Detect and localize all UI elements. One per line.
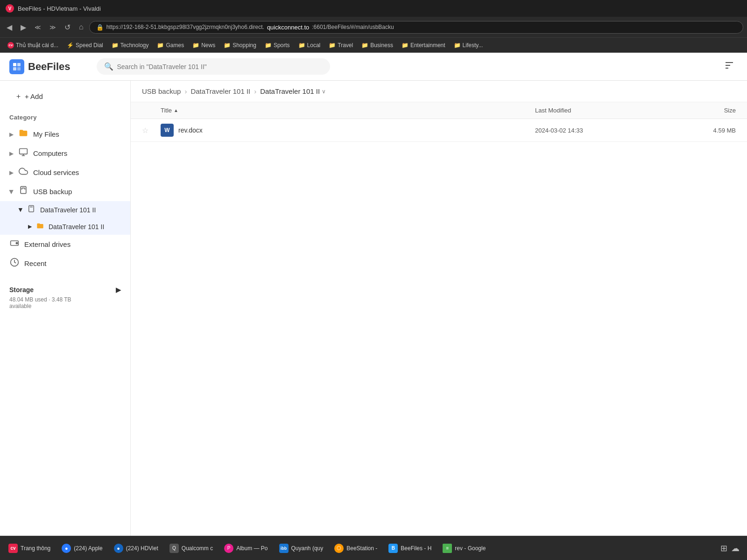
svg-point-17: [16, 242, 17, 244]
sidebar-item-datatraveler-child[interactable]: ▶ DataTraveler 101 II: [0, 218, 130, 235]
add-button[interactable]: ＋ + Add: [7, 88, 50, 105]
bookmark-games[interactable]: 📁 Games: [153, 41, 188, 49]
storage-dot: ·: [49, 296, 50, 303]
sidebar-item-recent[interactable]: Recent: [0, 254, 130, 273]
sidebar-item-datatraveler-parent[interactable]: ▶ DataTraveler 101 II: [0, 201, 130, 218]
bookmark-label: Lifesty...: [463, 42, 483, 49]
chevron-right-icon: ▶: [9, 131, 14, 138]
sidebar-item-cloud-services[interactable]: ▶ Cloud services: [0, 163, 130, 182]
storage-available-label: available: [9, 303, 31, 309]
monitor-icon: [18, 147, 28, 159]
folder-bookmark-icon: 📁: [329, 42, 336, 49]
column-size[interactable]: Size: [652, 107, 736, 114]
bookmark-speeddial[interactable]: ⚡ Speed Dial: [63, 41, 107, 49]
taskbar-item-album[interactable]: P Album — Po: [219, 542, 272, 555]
sidebar-item-external-drives[interactable]: External drives: [0, 235, 130, 254]
filter-button[interactable]: [721, 57, 738, 76]
column-modified-label: Last Modified: [535, 107, 571, 114]
chevron-right-icon: ▶: [28, 224, 32, 230]
address-bar[interactable]: 🔒 https://192-168-2-51.bkbgspz98l37vgg2j…: [89, 21, 743, 34]
taskbar-item-qualcomm[interactable]: Q Qualcomm c: [165, 542, 218, 555]
bookmark-technology[interactable]: 📁 Technology: [108, 41, 153, 49]
nav-reload[interactable]: ↺: [62, 21, 73, 34]
drive-icon: [9, 238, 20, 250]
breadcrumb-datatraveler-1[interactable]: DataTraveler 101 II: [190, 87, 250, 95]
taskbar-item-apple[interactable]: ● (224) Apple: [57, 542, 107, 555]
url-display: https://192-168-2-51.bkbgspz98l37vgg2jzr…: [106, 24, 264, 30]
bookmark-lifestyle[interactable]: 📁 Lifesty...: [450, 41, 487, 49]
folder-bookmark-icon: 📁: [298, 42, 305, 49]
taskbar-item-label: BeeFiles - H: [401, 545, 431, 552]
nav-forward-history[interactable]: ≫: [47, 22, 59, 33]
bookmark-entertainment[interactable]: 📁 Entertainment: [398, 41, 449, 49]
category-label: Category: [0, 112, 130, 125]
svg-rect-2: [13, 67, 16, 70]
breadcrumb: USB backup › DataTraveler 101 II › DataT…: [131, 81, 747, 102]
bookmark-thuthuatcaid[interactable]: cv Thủ thuật cài d...: [4, 41, 62, 49]
column-modified[interactable]: Last Modified: [535, 107, 652, 114]
taskbar-item-beestation[interactable]: ⬡ BeeStation -: [330, 542, 382, 555]
star-icon[interactable]: ☆: [142, 126, 148, 134]
taskbar-hdviet-icon: ●: [114, 544, 123, 553]
column-title[interactable]: Title ▲: [161, 107, 535, 114]
url-rest: :6601/BeeFiles/#/main/usbBacku: [312, 24, 394, 30]
search-input[interactable]: [117, 63, 323, 70]
breadcrumb-dropdown-icon[interactable]: ∨: [322, 88, 326, 95]
search-bar[interactable]: 🔍: [97, 58, 330, 75]
bookmark-shopping[interactable]: 📁 Shopping: [220, 41, 260, 49]
taskbar-quyanh-icon: ibb: [279, 544, 289, 553]
taskbar-trang-thong-icon: cv: [8, 544, 18, 553]
sidebar-item-my-files[interactable]: ▶ My Files: [0, 125, 130, 144]
word-icon: W: [161, 124, 174, 137]
bookmarks-bar: cv Thủ thuật cài d... ⚡ Speed Dial 📁 Tec…: [0, 37, 747, 52]
bookmark-label: Business: [370, 42, 393, 49]
chevron-down-icon: ▶: [18, 208, 24, 212]
column-title-label: Title: [161, 107, 172, 114]
taskbar-item-label: rev - Google: [455, 545, 486, 552]
taskbar-item-hdviet[interactable]: ● (224) HDViet: [109, 542, 163, 555]
folder-bookmark-icon: 📁: [192, 42, 199, 49]
star-cell: ☆: [142, 126, 161, 135]
app-header: BeeFiles 🔍: [0, 53, 747, 81]
storage-available: 3.48 TB: [52, 296, 71, 303]
usb-icon: [18, 186, 28, 197]
content-area: USB backup › DataTraveler 101 II › DataT…: [131, 81, 747, 536]
storage-label: Storage: [9, 286, 34, 294]
bookmark-local[interactable]: 📁 Local: [295, 41, 324, 49]
chevron-right-icon: ▶: [9, 150, 14, 157]
breadcrumb-current: DataTraveler 101 II ∨: [260, 87, 326, 95]
taskbar-item-label: (224) Apple: [74, 545, 102, 552]
bookmark-sports[interactable]: 📁 Sports: [261, 41, 294, 49]
table-row[interactable]: ☆ W rev.docx 2024-03-02 14:33 4.59 MB: [131, 119, 747, 142]
taskbar-item-quyanh[interactable]: ibb Quyanh (quy: [275, 542, 328, 555]
nav-home[interactable]: ⌂: [76, 21, 86, 33]
file-modified-date: 2024-03-02 14:33: [535, 127, 652, 134]
sidebar-item-computers[interactable]: ▶ Computers: [0, 144, 130, 163]
bookmark-news[interactable]: 📁 News: [189, 41, 219, 49]
usb-sub-icon: [27, 205, 35, 215]
file-name: rev.docx: [178, 126, 203, 134]
sidebar-item-usb-backup[interactable]: ▶ USB backup: [0, 182, 130, 201]
svg-rect-7: [20, 149, 28, 154]
bookmark-business[interactable]: 📁 Business: [358, 41, 397, 49]
sidebar: ＋ + Add Category ▶ My Files ▶: [0, 81, 131, 536]
breadcrumb-usb-backup[interactable]: USB backup: [142, 87, 181, 95]
chevron-right-icon: ▶: [9, 169, 14, 176]
taskbar-item-beefiles[interactable]: B BeeFiles - H: [384, 542, 436, 555]
file-name-cell: W rev.docx: [161, 124, 535, 137]
app-container: BeeFiles 🔍 ＋ + Add Category ▶: [0, 53, 747, 536]
chevron-down-icon: ▶: [8, 189, 15, 194]
taskbar: cv Trang thông ● (224) Apple ● (224) HDV…: [0, 536, 747, 560]
browser-chrome: V BeeFiles - HDVietnam - Vivaldi ◀ ▶ ≪ ≫…: [0, 0, 747, 53]
nav-back[interactable]: ◀: [4, 21, 15, 34]
nav-back-history[interactable]: ≪: [32, 22, 44, 33]
nav-forward[interactable]: ▶: [18, 21, 29, 34]
storage-header[interactable]: Storage ▶: [9, 286, 121, 294]
taskbar-item-rev-google[interactable]: ≡ rev - Google: [438, 542, 490, 555]
folder-sub-icon: [36, 222, 44, 231]
folder-bookmark-icon: 📁: [112, 42, 119, 49]
bookmark-travel[interactable]: 📁 Travel: [325, 41, 357, 49]
taskbar-item-trang-thong[interactable]: cv Trang thông: [4, 542, 55, 555]
taskbar-beestation-icon: ⬡: [334, 544, 344, 553]
plus-icon: ＋: [15, 92, 22, 101]
